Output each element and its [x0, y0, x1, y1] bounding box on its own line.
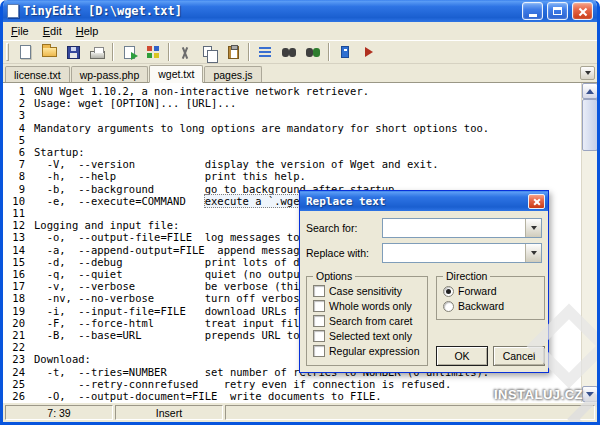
- line-number: 4: [5, 122, 25, 134]
- paste-button[interactable]: [221, 41, 245, 63]
- find-button[interactable]: [277, 41, 301, 63]
- line-number: 1: [5, 85, 25, 97]
- toolbar-separator: [248, 43, 250, 61]
- close-button[interactable]: [572, 2, 593, 20]
- maximize-icon: [553, 7, 562, 15]
- replace-dropdown-button[interactable]: [525, 244, 541, 262]
- checkbox-whole-words-only[interactable]: Whole words only: [313, 300, 421, 312]
- checkbox-icon[interactable]: [313, 330, 325, 342]
- dialog-close-button[interactable]: [528, 194, 545, 209]
- line-text: Logging and input file:: [34, 219, 179, 231]
- search-for-value[interactable]: [383, 219, 525, 237]
- toolbar-separator: [112, 43, 114, 61]
- open-folder-icon: [42, 47, 57, 57]
- line-number: 5: [5, 134, 25, 146]
- line-text: GNU Wget 1.10.2, a non-interactive netwo…: [34, 85, 369, 97]
- scroll-down-button[interactable]: [582, 386, 597, 402]
- menu-edit[interactable]: Edit: [36, 23, 69, 39]
- ok-button[interactable]: OK: [436, 346, 488, 366]
- editor-line: 25 --retry-connrefused retry even if con…: [5, 378, 581, 390]
- tab-pages-js[interactable]: pages.js: [204, 66, 261, 82]
- tab-license-txt[interactable]: license.txt: [5, 66, 70, 82]
- checkbox-regular-expression[interactable]: Regular expression: [313, 345, 421, 357]
- dialog-title-bar[interactable]: Replace text: [300, 191, 548, 211]
- checkbox-search-from-caret[interactable]: Search from caret: [313, 315, 421, 327]
- options-group-label: Options: [313, 270, 355, 282]
- line-text: Startup:: [34, 146, 85, 158]
- vertical-scrollbar[interactable]: [581, 83, 597, 402]
- radio-label: Backward: [458, 300, 504, 312]
- editor-line: 26 -O, --output-document=FILE write docu…: [5, 390, 581, 402]
- radio-forward[interactable]: Forward: [443, 285, 538, 297]
- checkbox-label: Whole words only: [329, 300, 412, 312]
- menu-help[interactable]: Help: [69, 23, 106, 39]
- line-number: 6: [5, 146, 25, 158]
- checkbox-icon[interactable]: [313, 300, 325, 312]
- find-icon: [282, 48, 296, 57]
- line-number: 12: [5, 219, 25, 231]
- toolbar-grip[interactable]: [6, 43, 9, 61]
- checkbox-icon[interactable]: [313, 285, 325, 297]
- save-button[interactable]: [61, 41, 85, 63]
- line-text: Usage: wget [OPTION]... [URL]...: [34, 97, 236, 109]
- chevron-down-icon: [531, 226, 537, 230]
- line-text: -o, --output-file=FILE log messages to F…: [34, 231, 337, 243]
- toolbar-separator: [168, 43, 170, 61]
- new-file-button[interactable]: [13, 41, 37, 63]
- tab-wget-txt[interactable]: wget.txt: [149, 65, 203, 83]
- scroll-thumb[interactable]: [582, 99, 597, 151]
- line-number: 24: [5, 366, 25, 378]
- replace-with-value[interactable]: [383, 244, 525, 262]
- line-number: 26: [5, 390, 25, 402]
- line-number: 3: [5, 109, 25, 121]
- close-icon: [533, 198, 540, 205]
- paste-icon: [228, 46, 239, 59]
- maximize-button[interactable]: [547, 2, 568, 20]
- checkbox-selected-text-only[interactable]: Selected text only: [313, 330, 421, 342]
- save-icon: [67, 46, 80, 59]
- search-for-combobox[interactable]: [382, 218, 542, 238]
- dialog-body: Search for: Replace with: Options Case s…: [300, 211, 548, 372]
- tab-list-button[interactable]: [580, 66, 595, 80]
- word-wrap-button[interactable]: [253, 41, 277, 63]
- cancel-button[interactable]: Cancel: [493, 346, 545, 366]
- bookmark-icon: [341, 46, 349, 58]
- line-number: 10: [5, 195, 25, 207]
- status-spacer: [225, 405, 595, 420]
- find-next-button[interactable]: [301, 41, 325, 63]
- direction-group-label: Direction: [443, 270, 490, 282]
- line-text: Download:: [34, 353, 91, 365]
- close-icon: [578, 7, 587, 16]
- radio-backward[interactable]: Backward: [443, 300, 538, 312]
- radio-icon[interactable]: [443, 301, 454, 312]
- line-number: 8: [5, 170, 25, 182]
- menu-file[interactable]: File: [4, 23, 36, 39]
- go-to-button[interactable]: [357, 41, 381, 63]
- line-number: 11: [5, 207, 25, 219]
- window-title: TinyEdit [D:\wget.txt]: [23, 4, 518, 18]
- bookmark-button[interactable]: [333, 41, 357, 63]
- checkbox-label: Search from caret: [329, 315, 412, 327]
- preview-button[interactable]: [141, 41, 165, 63]
- checkbox-icon[interactable]: [313, 345, 325, 357]
- app-icon: [7, 4, 19, 18]
- editor-line: 7 -V, --version display the version of W…: [5, 158, 581, 170]
- checkbox-case-sensitivity[interactable]: Case sensitivity: [313, 285, 421, 297]
- replace-with-combobox[interactable]: [382, 243, 542, 263]
- tinyedit-window: TinyEdit [D:\wget.txt] File Edit Help li…: [0, 0, 600, 425]
- cut-button[interactable]: [173, 41, 197, 63]
- tab-wp-pass-php[interactable]: wp-pass.php: [71, 66, 149, 82]
- search-dropdown-button[interactable]: [525, 219, 541, 237]
- line-number: 15: [5, 256, 25, 268]
- scroll-up-button[interactable]: [582, 83, 597, 99]
- minimize-button[interactable]: [522, 2, 543, 20]
- checkbox-icon[interactable]: [313, 315, 325, 327]
- export-html-button[interactable]: [117, 41, 141, 63]
- radio-icon[interactable]: [443, 286, 454, 297]
- print-button[interactable]: [85, 41, 109, 63]
- chevron-down-icon: [531, 251, 537, 255]
- title-bar[interactable]: TinyEdit [D:\wget.txt]: [3, 0, 597, 22]
- copy-button[interactable]: [197, 41, 221, 63]
- print-icon: [90, 51, 105, 59]
- open-file-button[interactable]: [37, 41, 61, 63]
